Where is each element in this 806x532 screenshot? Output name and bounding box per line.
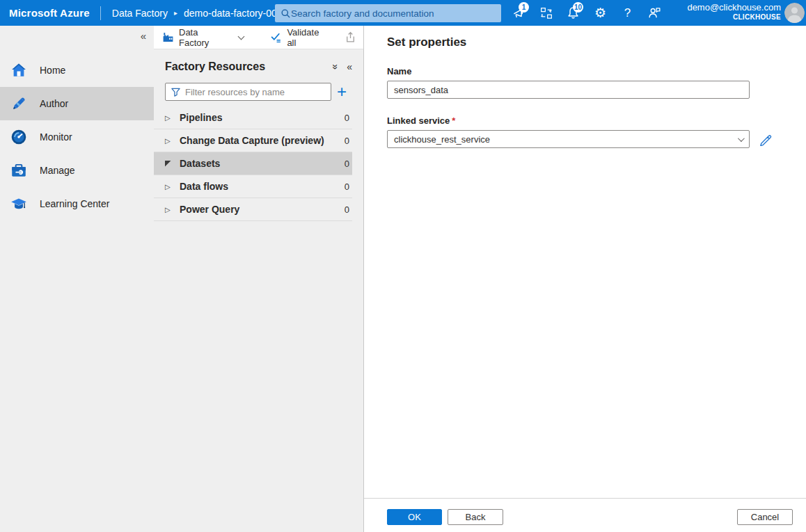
factory-menu-label: Data Factory xyxy=(179,27,230,48)
sidebar-item-label: Monitor xyxy=(40,131,72,143)
sidebar-item-label: Author xyxy=(40,98,68,109)
caret-collapsed-icon[interactable]: ▷ xyxy=(165,206,171,213)
collapse-panel-icon[interactable]: « xyxy=(347,61,352,72)
validate-icon xyxy=(270,31,282,43)
tree-item-label: Pipelines xyxy=(180,112,222,123)
account-info[interactable]: demo@clickhouse.com CLICKHOUSE xyxy=(687,2,781,22)
help-icon: ? xyxy=(624,6,631,20)
chevron-down-icon xyxy=(238,33,245,40)
search-icon xyxy=(280,8,291,19)
switch-factory-button[interactable] xyxy=(532,0,560,26)
linked-service-select[interactable]: clickhouse_rest_service xyxy=(387,130,750,148)
azure-brand[interactable]: Microsoft Azure xyxy=(0,7,100,19)
sidebar-item-author[interactable]: Author xyxy=(0,87,154,120)
global-search[interactable] xyxy=(275,4,501,22)
factory-menu-button[interactable]: Data Factory xyxy=(162,27,244,48)
help-button[interactable]: ? xyxy=(614,0,641,26)
tree-item-label: Data flows xyxy=(180,181,228,192)
linked-service-label-text: Linked service xyxy=(387,115,450,126)
sidebar-item-home[interactable]: Home xyxy=(0,54,154,87)
linked-service-value: clickhouse_rest_service xyxy=(394,134,490,145)
tree-item-pipelines[interactable]: ▷ Pipelines 0 xyxy=(154,106,352,129)
collapse-all-icon[interactable]: « xyxy=(329,64,340,70)
required-asterisk: * xyxy=(452,115,455,126)
breadcrumb-resource[interactable]: demo-data-factory-00 xyxy=(184,8,277,19)
edit-linked-service-button[interactable] xyxy=(759,133,772,146)
tree-item-count: 0 xyxy=(345,182,351,192)
export-button[interactable] xyxy=(345,31,356,43)
user-tenant: CLICKHOUSE xyxy=(687,13,781,22)
feedback-button[interactable] xyxy=(641,0,668,26)
notifications-badge: 10 xyxy=(573,2,583,13)
filter-box[interactable] xyxy=(165,83,331,101)
name-label: Name xyxy=(387,66,806,76)
caret-expanded-icon[interactable] xyxy=(165,161,171,167)
topbar-divider xyxy=(100,6,101,20)
user-email: demo@clickhouse.com xyxy=(687,2,781,13)
tree-item-count: 0 xyxy=(345,159,351,169)
nav-list: Home Author Monitor Manage xyxy=(0,54,154,220)
resource-toolbar: Data Factory Validate all xyxy=(154,26,363,49)
factory-icon xyxy=(162,31,174,43)
validate-all-label: Validate all xyxy=(287,27,331,48)
caret-collapsed-icon[interactable]: ▷ xyxy=(165,114,171,122)
tree-item-change-data-capture[interactable]: ▷ Change Data Capture (preview) 0 xyxy=(154,129,352,152)
tree-item-count: 0 xyxy=(345,113,351,123)
panel-title-row: Factory Resources « « xyxy=(154,49,363,73)
filter-row: + xyxy=(165,83,352,101)
sidebar-item-label: Learning Center xyxy=(40,198,109,209)
topbar-icon-group: 1 10 ⚙ ? xyxy=(505,0,668,26)
filter-funnel-icon xyxy=(171,87,181,97)
toolbox-icon xyxy=(10,161,28,179)
tree-item-data-flows[interactable]: ▷ Data flows 0 xyxy=(154,175,352,198)
tree-item-power-query[interactable]: ▷ Power Query 0 xyxy=(154,198,352,221)
gear-icon: ⚙ xyxy=(594,6,606,19)
sidebar-item-label: Manage xyxy=(40,165,75,176)
linked-service-label: Linked service* xyxy=(387,115,806,126)
announcements-badge: 1 xyxy=(519,2,529,13)
breadcrumb-section[interactable]: Data Factory xyxy=(112,8,168,19)
avatar[interactable] xyxy=(784,3,805,23)
tree-item-label: Change Data Capture (preview) xyxy=(180,135,324,146)
sidebar-item-manage[interactable]: Manage xyxy=(0,154,154,187)
tree-item-label: Power Query xyxy=(180,204,239,215)
tree-item-count: 0 xyxy=(345,136,351,146)
cancel-button[interactable]: Cancel xyxy=(737,509,793,525)
sidebar-item-monitor[interactable]: Monitor xyxy=(0,120,154,154)
top-bar: Microsoft Azure Data Factory ▸ demo-data… xyxy=(0,0,806,26)
tree-item-datasets[interactable]: Datasets 0 xyxy=(154,152,352,175)
left-navigation: « Home Author Monitor xyxy=(0,26,154,532)
chevron-down-icon xyxy=(738,135,745,142)
sidebar-item-label: Home xyxy=(40,65,65,76)
switch-windows-icon xyxy=(540,7,553,19)
panel-title: Factory Resources xyxy=(165,61,331,73)
factory-resources-panel: Data Factory Validate all Factory Resour… xyxy=(154,26,364,532)
ok-button[interactable]: OK xyxy=(387,509,442,525)
resource-tree: ▷ Pipelines 0 ▷ Change Data Capture (pre… xyxy=(154,106,352,221)
home-icon xyxy=(10,61,28,79)
feedback-person-icon xyxy=(648,6,661,19)
gauge-icon xyxy=(10,128,28,146)
validate-all-button[interactable]: Validate all xyxy=(270,27,331,48)
settings-button[interactable]: ⚙ xyxy=(587,0,614,26)
search-input[interactable] xyxy=(291,8,501,19)
breadcrumb-caret-icon: ▸ xyxy=(174,9,177,17)
collapse-sidenav-icon[interactable]: « xyxy=(141,30,146,42)
page-title: Set properties xyxy=(387,35,806,49)
tree-item-count: 0 xyxy=(345,204,351,215)
tree-item-label: Datasets xyxy=(180,158,220,169)
add-resource-button[interactable]: + xyxy=(331,83,352,101)
back-button[interactable]: Back xyxy=(448,509,503,525)
caret-collapsed-icon[interactable]: ▷ xyxy=(165,137,171,145)
name-input[interactable] xyxy=(387,81,750,99)
graduation-cap-icon xyxy=(10,195,28,213)
export-icon xyxy=(345,31,356,43)
caret-collapsed-icon[interactable]: ▷ xyxy=(165,183,171,191)
notifications-button[interactable]: 10 xyxy=(560,0,587,26)
set-properties-panel: Set properties Name Linked service* clic… xyxy=(364,26,806,532)
footer-bar: OK Back Cancel xyxy=(364,498,806,532)
sidebar-item-learning-center[interactable]: Learning Center xyxy=(0,187,154,220)
filter-resources-input[interactable] xyxy=(185,87,331,97)
pencil-icon xyxy=(10,95,28,113)
announcements-button[interactable]: 1 xyxy=(505,0,532,26)
